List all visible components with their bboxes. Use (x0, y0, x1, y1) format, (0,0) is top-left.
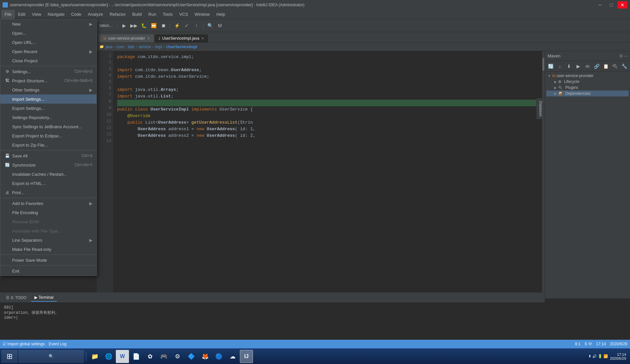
taskbar-word[interactable]: W (116, 350, 129, 363)
fmenu-othersettings[interactable]: Other Settings ▶ (0, 85, 96, 94)
close-tab-1[interactable]: ✕ (147, 36, 150, 41)
breadcrumb-userserviceimpl[interactable]: UserServiceImpl (166, 45, 197, 49)
fmenu-syncsettings[interactable]: Sync Settings to JetBrains Account... (0, 122, 96, 131)
profile-button[interactable]: ⏩ (149, 21, 158, 30)
menu-run[interactable]: Run (145, 10, 159, 19)
taskbar-firefox[interactable]: 🦊 (199, 350, 212, 363)
close-button[interactable]: ✕ (618, 1, 627, 9)
maven-settings-icon[interactable]: ⚙ (619, 53, 623, 58)
menu-window[interactable]: Window (191, 10, 213, 19)
maven-run-btn[interactable]: ▶ (574, 62, 582, 71)
taskbar-intellij[interactable]: IJ (240, 350, 253, 363)
maven-plugin-btn[interactable]: 🔌 (611, 62, 620, 71)
code-editor[interactable]: package com.itdo.service.impl; import co… (113, 51, 542, 298)
maven-debug-btn[interactable]: m (583, 62, 592, 71)
menu-refactor[interactable]: Refactor (106, 10, 129, 19)
fmenu-importsettings[interactable]: Import Settings... (0, 94, 96, 104)
fmenu-addtofavorites[interactable]: Add to Favorites ▶ (0, 199, 96, 208)
breadcrumb-service[interactable]: service (138, 45, 151, 49)
taskbar-acrobat[interactable]: 📄 (130, 350, 143, 363)
taskbar-app11[interactable]: ☁ (226, 350, 239, 363)
taskbar-app6[interactable]: 🎮 (157, 350, 170, 363)
fmenu-invalidatecaches[interactable]: Invalidate Caches / Restart... (0, 170, 96, 179)
maven-close-icon[interactable]: ─ (624, 53, 627, 58)
bottom-tab-terminal[interactable]: ▶ Terminal (31, 294, 57, 302)
menu-file[interactable]: File (1, 10, 15, 19)
maven-dependencies[interactable]: ▶ 📦 Dependencies (546, 91, 629, 96)
fmenu-new[interactable]: New ▶ (0, 19, 96, 29)
coverage-button[interactable]: ▶▶ (129, 21, 138, 30)
fmenu-saveall[interactable]: 💾 Save All Ctrl+S (0, 151, 96, 160)
fmenu-exportzip[interactable]: Export to Zip File... (0, 140, 96, 150)
fmenu-synchronize[interactable]: 🔄 Synchronize Ctrl+Alt+Y (0, 160, 96, 170)
run-button[interactable]: ▶ (119, 21, 129, 30)
commit-button[interactable]: ✓ (182, 21, 191, 30)
maven-button[interactable]: M (215, 21, 224, 30)
fmenu-projectstructure[interactable]: 🏗 Project Structure... Ctrl+Alt+Shift+S (0, 76, 96, 85)
debug-button[interactable]: 🐛 (139, 21, 148, 30)
menu-navigate[interactable]: Navigate (44, 10, 68, 19)
menu-code[interactable]: Code (68, 10, 85, 19)
maven-refresh-btn[interactable]: 🔄 (546, 62, 555, 71)
fmenu-lineseparators[interactable]: Line Separators ▶ (0, 235, 96, 245)
fmenu-closeproject[interactable]: Close Project (0, 56, 96, 65)
breadcrumb-com[interactable]: com (116, 45, 124, 49)
database-side-tab[interactable]: Database (536, 98, 545, 119)
breadcrumb-itdo[interactable]: itdo (128, 45, 134, 49)
maven-download-btn[interactable]: ⬇ (565, 62, 573, 71)
tab-user-service-provider[interactable]: M user-service-provider ✕ (99, 34, 154, 42)
start-button[interactable]: ⊞ (1, 350, 18, 363)
menu-analyze[interactable]: Analyze (85, 10, 106, 19)
taskbar-chrome[interactable]: 🌐 (102, 350, 115, 363)
maven-phase-btn[interactable]: 📋 (602, 62, 610, 71)
taskbar-search[interactable]: 🔍 (18, 350, 84, 363)
fmenu-makereadonly[interactable]: Make File Read-only (0, 245, 96, 254)
taskbar-app5[interactable]: ✿ (143, 350, 157, 363)
fmenu-open[interactable]: Open... (0, 29, 96, 38)
maven-root[interactable]: ▼ M user-service-provider (546, 73, 629, 79)
fmenu-exit[interactable]: Exit (0, 266, 96, 275)
bottom-tab-todo[interactable]: ☰ 6: TODO (3, 294, 30, 301)
maven-lifecycle-btn[interactable]: 🔗 (593, 62, 601, 71)
minimize-button[interactable]: ─ (595, 1, 605, 9)
menu-vcs[interactable]: VCS (176, 10, 191, 19)
breadcrumb-impl[interactable]: impl (155, 45, 162, 49)
fmenu-exporthtml[interactable]: Export to HTML... (0, 179, 96, 188)
menu-edit[interactable]: Edit (15, 10, 29, 19)
scrollbar-thumb[interactable] (542, 58, 544, 71)
status-left: ☑ Import global settings Event Log (3, 342, 66, 346)
fmenu-powersavemode[interactable]: Power Save Mode (0, 255, 96, 265)
menu-tools[interactable]: Tools (159, 10, 176, 19)
event-log[interactable]: Event Log (49, 342, 66, 346)
fmenu-exportsettings[interactable]: Export Settings... (0, 104, 96, 113)
editor-scrollbar[interactable] (542, 51, 545, 298)
maximize-button[interactable]: □ (606, 1, 616, 9)
close-tab-2[interactable]: ✕ (201, 36, 204, 41)
search-button[interactable]: 🔍 (205, 21, 215, 30)
push-button[interactable]: ↑ (192, 21, 201, 30)
breadcrumb-java[interactable]: java (105, 45, 113, 49)
fmenu-fileencoding[interactable]: File Encoding (0, 208, 96, 217)
maven-plugins[interactable]: ▶ 🔌 Plugins (546, 85, 629, 91)
maven-import-btn[interactable]: ↓ (556, 62, 564, 71)
clock[interactable]: 17:14 2020/6/29 (610, 353, 626, 360)
menu-build[interactable]: Build (129, 10, 145, 19)
taskbar-app7[interactable]: ⚙ (171, 350, 184, 363)
taskbar-app8[interactable]: 🔷 (185, 350, 198, 363)
stop-button[interactable]: ⏹ (159, 21, 168, 30)
tab-userserviceimpl[interactable]: J UserServiceImpl.java ✕ (155, 34, 208, 42)
fmenu-openrecent[interactable]: Open Recent ▶ (0, 47, 96, 56)
taskbar-app10[interactable]: 🔵 (212, 350, 225, 363)
fmenu-print[interactable]: 🖨 Print... (0, 188, 96, 197)
import-global-settings[interactable]: ☑ Import global settings (3, 342, 45, 346)
fmenu-settings[interactable]: ⚙ Settings... Ctrl+Alt+S (0, 67, 96, 76)
maven-wrench-btn[interactable]: 🔧 (620, 62, 629, 71)
menu-help[interactable]: Help (213, 10, 228, 19)
maven-lifecycle[interactable]: ▶ ⚙ Lifecycle (546, 79, 629, 85)
fmenu-openurl[interactable]: Open URL... (0, 38, 96, 47)
taskbar-explorer[interactable]: 📁 (88, 350, 101, 363)
fmenu-exporteclipse[interactable]: Export Project to Eclipse... (0, 131, 96, 140)
menu-view[interactable]: View (29, 10, 44, 19)
fmenu-settingsrepository[interactable]: Settings Repository... (0, 113, 96, 122)
vcs-button[interactable]: ⚡ (172, 21, 181, 30)
